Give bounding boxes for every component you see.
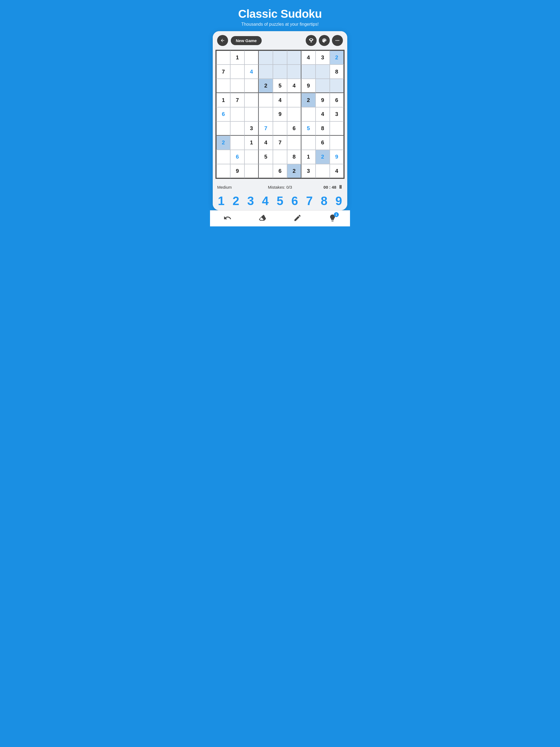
cell-5-8[interactable] <box>330 121 344 136</box>
cell-0-0[interactable] <box>216 50 230 65</box>
cell-4-4[interactable]: 9 <box>273 107 287 121</box>
cell-0-7[interactable]: 3 <box>315 50 330 65</box>
cell-8-2[interactable] <box>245 164 259 178</box>
num-btn-4[interactable]: 4 <box>259 195 272 207</box>
undo-button[interactable] <box>223 214 232 222</box>
cell-6-4[interactable]: 7 <box>273 136 287 150</box>
cell-8-4[interactable]: 6 <box>273 164 287 178</box>
cell-6-5[interactable] <box>287 136 301 150</box>
num-btn-9[interactable]: 9 <box>332 195 345 207</box>
cell-1-8[interactable]: 8 <box>330 65 344 79</box>
cell-2-7[interactable] <box>315 79 330 93</box>
cell-2-2[interactable] <box>245 79 259 93</box>
cell-1-5[interactable] <box>287 65 301 79</box>
cell-4-0[interactable]: 6 <box>216 107 230 121</box>
palette-button[interactable] <box>319 35 330 46</box>
cell-3-3[interactable] <box>259 93 273 107</box>
cell-1-3[interactable] <box>259 65 273 79</box>
cell-3-1[interactable]: 7 <box>230 93 245 107</box>
cell-5-2[interactable]: 3 <box>245 121 259 136</box>
cell-5-0[interactable] <box>216 121 230 136</box>
cell-5-1[interactable] <box>230 121 245 136</box>
back-button[interactable] <box>217 35 228 46</box>
cell-4-3[interactable] <box>259 107 273 121</box>
cell-3-2[interactable] <box>245 93 259 107</box>
cell-6-3[interactable]: 4 <box>259 136 273 150</box>
cell-0-5[interactable] <box>287 50 301 65</box>
cell-3-4[interactable]: 4 <box>273 93 287 107</box>
cell-2-3[interactable]: 2 <box>259 79 273 93</box>
num-btn-1[interactable]: 1 <box>215 195 228 207</box>
cell-7-6[interactable]: 1 <box>301 150 315 164</box>
cell-6-2[interactable]: 1 <box>245 136 259 150</box>
cell-4-7[interactable]: 4 <box>315 107 330 121</box>
cell-0-6[interactable]: 4 <box>301 50 315 65</box>
cell-1-0[interactable]: 7 <box>216 65 230 79</box>
cell-3-5[interactable] <box>287 93 301 107</box>
cell-7-7[interactable]: 2 <box>315 150 330 164</box>
num-btn-7[interactable]: 7 <box>303 195 316 207</box>
cell-6-6[interactable] <box>301 136 315 150</box>
cell-0-1[interactable]: 1 <box>230 50 245 65</box>
cell-8-0[interactable] <box>216 164 230 178</box>
cell-2-1[interactable] <box>230 79 245 93</box>
hint-button[interactable]: 1 <box>328 214 337 222</box>
num-btn-5[interactable]: 5 <box>274 195 286 207</box>
cell-2-0[interactable] <box>216 79 230 93</box>
new-game-button[interactable]: New Game <box>231 36 262 45</box>
cell-8-3[interactable] <box>259 164 273 178</box>
cell-2-4[interactable]: 5 <box>273 79 287 93</box>
cell-7-5[interactable]: 8 <box>287 150 301 164</box>
cell-4-2[interactable] <box>245 107 259 121</box>
num-btn-3[interactable]: 3 <box>244 195 257 207</box>
pause-button[interactable]: ⏸ <box>338 184 343 190</box>
cell-2-5[interactable]: 4 <box>287 79 301 93</box>
cell-8-6[interactable]: 3 <box>301 164 315 178</box>
cell-8-5[interactable]: 2 <box>287 164 301 178</box>
cell-3-0[interactable]: 1 <box>216 93 230 107</box>
pencil-button[interactable] <box>294 214 302 222</box>
cell-8-8[interactable]: 4 <box>330 164 344 178</box>
cell-4-8[interactable]: 3 <box>330 107 344 121</box>
cell-8-7[interactable] <box>315 164 330 178</box>
cell-6-8[interactable] <box>330 136 344 150</box>
cell-0-4[interactable] <box>273 50 287 65</box>
cell-2-8[interactable] <box>330 79 344 93</box>
cell-7-4[interactable] <box>273 150 287 164</box>
cell-5-4[interactable] <box>273 121 287 136</box>
cell-3-8[interactable]: 6 <box>330 93 344 107</box>
cell-3-7[interactable]: 9 <box>315 93 330 107</box>
cell-2-6[interactable]: 9 <box>301 79 315 93</box>
trophy-button[interactable] <box>306 35 316 46</box>
more-button[interactable] <box>332 35 343 46</box>
cell-1-4[interactable] <box>273 65 287 79</box>
cell-7-3[interactable]: 5 <box>259 150 273 164</box>
cell-5-6[interactable]: 5 <box>301 121 315 136</box>
erase-button[interactable] <box>258 214 266 222</box>
cell-4-1[interactable] <box>230 107 245 121</box>
cell-0-8[interactable]: 2 <box>330 50 344 65</box>
cell-6-1[interactable] <box>230 136 245 150</box>
cell-3-6[interactable]: 2 <box>301 93 315 107</box>
cell-1-2[interactable]: 4 <box>245 65 259 79</box>
cell-1-1[interactable] <box>230 65 245 79</box>
cell-0-2[interactable] <box>245 50 259 65</box>
cell-6-0[interactable]: 2 <box>216 136 230 150</box>
cell-8-1[interactable]: 9 <box>230 164 245 178</box>
cell-5-5[interactable]: 6 <box>287 121 301 136</box>
cell-1-6[interactable] <box>301 65 315 79</box>
cell-0-3[interactable] <box>259 50 273 65</box>
cell-1-7[interactable] <box>315 65 330 79</box>
cell-4-6[interactable] <box>301 107 315 121</box>
cell-7-1[interactable]: 6 <box>230 150 245 164</box>
num-btn-8[interactable]: 8 <box>317 195 331 207</box>
cell-6-7[interactable]: 6 <box>315 136 330 150</box>
cell-5-7[interactable]: 8 <box>315 121 330 136</box>
num-btn-2[interactable]: 2 <box>229 195 243 207</box>
num-btn-6[interactable]: 6 <box>288 195 301 207</box>
cell-7-8[interactable]: 9 <box>330 150 344 164</box>
cell-7-0[interactable] <box>216 150 230 164</box>
cell-5-3[interactable]: 7 <box>259 121 273 136</box>
cell-4-5[interactable] <box>287 107 301 121</box>
cell-7-2[interactable] <box>245 150 259 164</box>
